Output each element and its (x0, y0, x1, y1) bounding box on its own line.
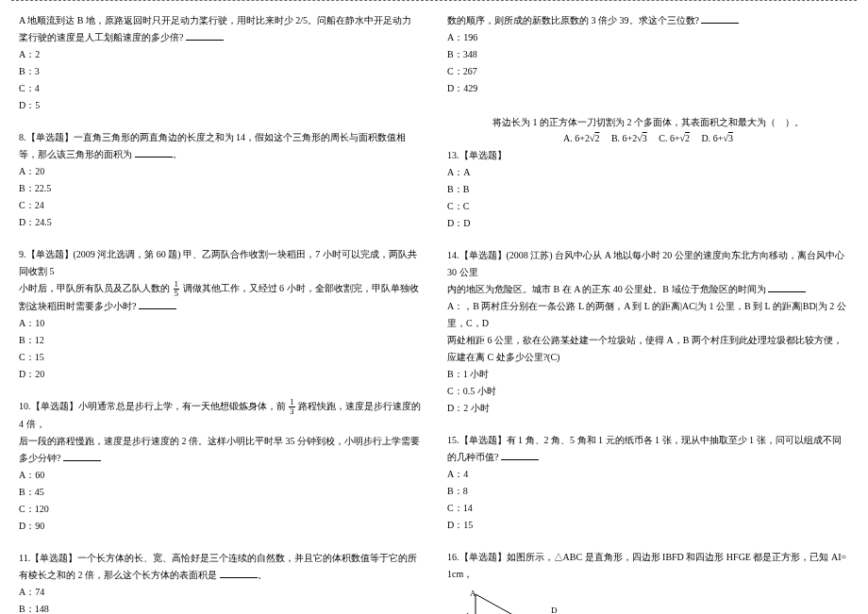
q13-choice-a: A. 6+2√2 (563, 133, 599, 143)
q10-opt-a: A：60 (19, 467, 421, 484)
q11-opt-b: B：148 (19, 601, 421, 614)
q12-opt-d: D：429 (447, 80, 849, 97)
left-column: A 地顺流到达 B 地，原路返回时只开足动力桨行驶，用时比来时少 2/5。问船在… (11, 5, 434, 614)
q13-opt-b: B：B (447, 181, 849, 198)
q13-opt-a: A：A (447, 164, 849, 181)
q14-opt-c: C：0.5 小时 (447, 383, 849, 400)
q13-choice-b: B. 6+2√3 (611, 133, 647, 143)
q14-opt-d: D：2 小时 (447, 400, 849, 417)
page-container: A 地顺流到达 B 地，原路返回时只开足动力桨行驶，用时比来时少 2/5。问船在… (0, 5, 868, 614)
q15-opt-a: A：4 (447, 466, 849, 483)
q9-pre: 小时后，甲队所有队员及乙队人数的 (19, 283, 170, 293)
q7-opt-a: A：2 (19, 46, 421, 63)
q7-tail: A 地顺流到达 B 地，原路返回时只开足动力桨行驶，用时比来时少 2/5。问船在… (19, 12, 421, 46)
q8-opt-a: A：20 (19, 163, 421, 180)
q10-blank (63, 451, 101, 461)
q14-line4: 两处相距 6 公里，欲在公路某处建一个垃圾站，使得 A，B 两个村庄到此处理垃圾… (447, 332, 849, 366)
q8-opt-b: B：22.5 (19, 180, 421, 197)
q13-d-pre: D. 6+ (702, 133, 724, 143)
q13-a-rad: 2 (594, 133, 599, 143)
q9-fraction: 1 5 (174, 280, 180, 298)
q13-a-pre: A. 6+2 (563, 133, 590, 143)
q14-line2: 内的地区为危险区。城市 B 在 A 的正东 40 公里处。B 域位于危险区的时间… (447, 281, 849, 298)
q11-blank (220, 568, 258, 578)
q9-opt-d: D：20 (19, 366, 421, 383)
q10-line2: 后一段的路程慢跑，速度是步行速度的 2 倍。这样小明比平时早 35 分钟到校，小… (19, 433, 421, 467)
q14-blank (768, 282, 806, 292)
q9-opt-a: A：10 (19, 315, 421, 332)
q16-diagram: A I B D H E F G C (447, 587, 664, 614)
q12-opt-a: A：196 (447, 29, 849, 46)
q9-line1: 9.【单选题】(2009 河北选调，第 60 题) 甲、乙两队合作收割一块稻田，… (19, 246, 421, 280)
right-column: 数的顺序，则所成的新数比原数的 3 倍少 39。求这个三位数? A：196 B：… (434, 5, 857, 614)
q9-opt-c: C：15 (19, 349, 421, 366)
q12-opt-b: B：348 (447, 46, 849, 63)
q9-line2: 小时后，甲队所有队员及乙队人数的 1 5 调做其他工作，又经过 6 小时，全部收… (19, 280, 421, 315)
q7-opt-d: D：5 (19, 97, 421, 114)
q9-opt-b: B：12 (19, 332, 421, 349)
q10-fraction: 1 3 (289, 398, 295, 416)
q13-label: 13.【单选题】 (447, 147, 849, 164)
q7-opt-c: C：4 (19, 80, 421, 97)
q8-opt-d: D：24.5 (19, 214, 421, 231)
q11-stem: 11.【单选题】一个长方体的长、宽、高恰好是三个连续的自然数，并且它的体积数值等… (19, 550, 421, 584)
q13-d-rad: 3 (728, 133, 733, 143)
q13-c-rad: 2 (685, 133, 690, 143)
q15-blank (501, 450, 539, 460)
q14-opt-b: B：1 小时 (447, 366, 849, 383)
svg-line-2 (476, 594, 645, 614)
q10-opt-c: C：120 (19, 501, 421, 518)
page-top-divider (11, 0, 857, 1)
q12-opt-c: C：267 (447, 63, 849, 80)
q11-text: 11.【单选题】一个长方体的长、宽、高恰好是三个连续的自然数，并且它的体积数值等… (19, 553, 417, 580)
q10-pre: 10.【单选题】小明通常总是步行上学，有一天他想锻炼身体，前 (19, 401, 286, 411)
q14-line3: A：，B 两村庄分别在一条公路 L 的两侧，A 到 L 的距离|AC|为 1 公… (447, 298, 849, 332)
q9-blank (139, 299, 176, 309)
q12-blank (701, 13, 739, 24)
q10-opt-b: B：45 (19, 484, 421, 501)
q13-choices-row: A. 6+2√2 B. 6+2√3 C. 6+√2 D. 6+√3 (447, 133, 849, 143)
q15-opt-d: D：15 (447, 517, 849, 534)
q10-line1: 10.【单选题】小明通常总是步行上学，有一天他想锻炼身体，前 1 3 路程快跑，… (19, 398, 421, 433)
diagram-label-D: D (551, 606, 558, 614)
q14-line1: 14.【单选题】(2008 江苏) 台风中心从 A 地以每小时 20 公里的速度… (447, 247, 849, 281)
q13-b-pre: B. 6+2 (611, 133, 637, 143)
q16-pre: 16.【单选题】如图所示，△ABC 是直角形，四边形 IBFD 和四边形 HFG… (447, 549, 849, 583)
q7-blank (186, 30, 224, 41)
q10-opt-d: D：90 (19, 518, 421, 535)
q13-stem: 将边长为 1 的正方体一刀切割为 2 个多面体，其表面积之和最大为（ ）。 (447, 116, 849, 129)
q13-c-pre: C. 6+ (659, 133, 679, 143)
q10-frac-den: 3 (289, 407, 295, 416)
q12-tail-text: 数的顺序，则所成的新数比原数的 3 倍少 39。求这个三位数? (447, 15, 699, 25)
q14-l2-text: 内的地区为危险区。城市 B 在 A 的正东 40 公里处。B 域位于危险区的时间… (447, 284, 766, 294)
q15-opt-b: B：8 (447, 483, 849, 500)
q8-blank (135, 147, 173, 158)
q8-stem: 8.【单选题】一直角三角形的两直角边的长度之和为 14，假如这个三角形的周长与面… (19, 129, 421, 163)
q7-opt-b: B：3 (19, 63, 421, 80)
q13-choice-c: C. 6+√2 (659, 133, 690, 143)
q13-b-rad: 3 (643, 133, 647, 143)
q13-opt-c: C：C (447, 198, 849, 215)
q15-stem: 15.【单选题】有 1 角、2 角、5 角和 1 元的纸币各 1 张，现从中抽取… (447, 432, 849, 466)
q12-tail: 数的顺序，则所成的新数比原数的 3 倍少 39。求这个三位数? (447, 12, 849, 29)
q13-opt-d: D：D (447, 215, 849, 232)
q9-frac-den: 5 (174, 290, 180, 298)
q8-opt-c: C：24 (19, 197, 421, 214)
diagram-label-A: A (470, 589, 476, 598)
q15-opt-c: C：14 (447, 500, 849, 517)
q11-opt-a: A：74 (19, 584, 421, 601)
q13-choice-d: D. 6+√3 (702, 133, 733, 143)
q8-text: 8.【单选题】一直角三角形的两直角边的长度之和为 14，假如这个三角形的周长与面… (19, 132, 406, 159)
